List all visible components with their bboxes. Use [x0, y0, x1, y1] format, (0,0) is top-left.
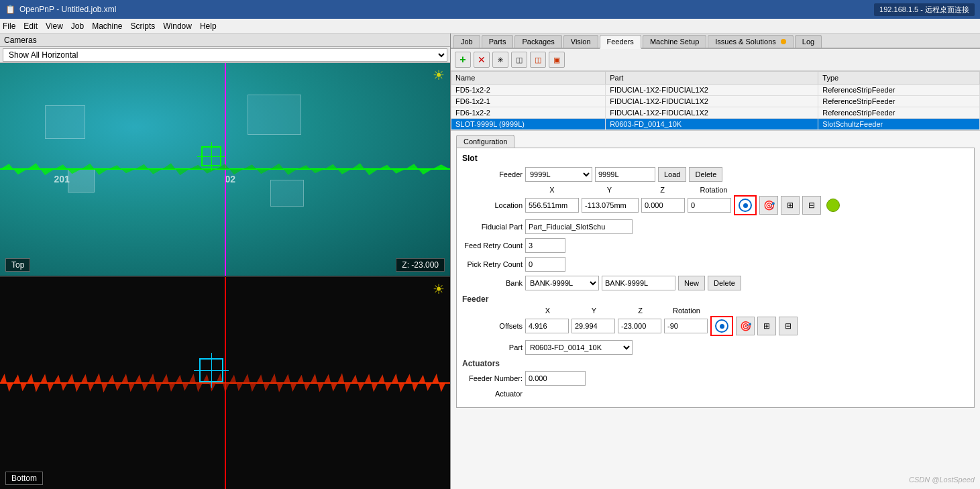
table-row[interactable]: FD6-1x2-1 FIDUCIAL-1X2-FIDUCIAL1X2 Refer… [451, 96, 980, 107]
location-action-2-button[interactable]: ⊞ [781, 196, 800, 215]
feed-retry-input[interactable] [525, 238, 565, 253]
feeder-type: ReferenceStripFeeder [818, 85, 980, 96]
tab-log[interactable]: Log [795, 35, 822, 48]
camera-select[interactable]: Show All Horizontal [3, 48, 447, 62]
location-x-input[interactable] [525, 198, 579, 213]
cam-number-1: 201 [54, 174, 70, 184]
offsets-x-header: X [526, 307, 569, 315]
feeder-part: FIDUCIAL-1X2-FIDUCIAL1X2 [606, 96, 818, 107]
offsets-y-input[interactable] [571, 319, 615, 333]
feeder-input[interactable] [595, 167, 655, 182]
table-row-selected[interactable]: SLOT-9999L (9999L) R0603-FD_0014_10K Slo… [451, 119, 980, 130]
part-select[interactable]: R0603-FD_0014_10K [525, 340, 633, 355]
part-row: Part R0603-FD_0014_10K [462, 340, 969, 355]
feeders-table: Name Part Type FD5-1x2-2 FIDUCIAL-1X2-FI… [451, 71, 980, 130]
tab-job[interactable]: Job [453, 35, 480, 48]
config-body: Slot Feeder 9999L Load Delete X Y Z Ro [456, 148, 975, 408]
remove-feeder-button[interactable]: ✕ [474, 52, 490, 68]
offsets-camera-reticle-icon [715, 319, 728, 333]
feeder-name: FD5-1x2-2 [451, 85, 606, 96]
feed-retry-label: Feed Retry Count [462, 241, 523, 250]
location-y-input[interactable] [582, 198, 639, 213]
offsets-camera-dot [720, 324, 724, 329]
coord-x-header: X [526, 186, 578, 194]
feeder-number-input[interactable] [525, 371, 586, 386]
feeder-action-4-button[interactable]: ▣ [549, 52, 565, 68]
offsets-action-2-button[interactable]: ⊞ [757, 317, 776, 335]
offsets-x-input[interactable] [525, 319, 569, 333]
menu-window[interactable]: Window [163, 21, 192, 31]
add-feeder-button[interactable]: + [455, 52, 471, 68]
bank-delete-button[interactable]: Delete [708, 276, 741, 290]
offsets-r-header: Rotation [665, 307, 708, 315]
component-4 [270, 180, 304, 207]
menu-machine[interactable]: Machine [92, 21, 122, 31]
tabs-bar: Job Parts Packages Vision Feeders Machin… [451, 34, 980, 49]
menu-scripts[interactable]: Scripts [131, 21, 156, 31]
location-camera-target-button[interactable] [734, 195, 757, 215]
tab-machine-setup[interactable]: Machine Setup [643, 35, 706, 48]
app-icon: 📋 [5, 5, 15, 14]
location-action-1-button[interactable]: 🎯 [759, 196, 778, 215]
feeder-type: SlotSchultzFeeder [818, 119, 980, 130]
col-header-part: Part [606, 72, 818, 85]
feeder-number-label: Feeder Number: [462, 374, 523, 382]
pick-retry-input[interactable] [525, 257, 565, 272]
menu-help[interactable]: Help [200, 21, 217, 31]
load-button[interactable]: Load [658, 167, 686, 182]
bank-input[interactable] [602, 276, 675, 290]
bank-select[interactable]: BANK-9999L [525, 276, 599, 290]
offsets-r-input[interactable] [664, 319, 708, 333]
status-indicator [826, 199, 840, 212]
camera-select-bar: Show All Horizontal [0, 47, 450, 63]
cam-number-2: 02 [225, 174, 236, 184]
cameras-title: Cameras [4, 36, 37, 45]
tab-packages[interactable]: Packages [514, 35, 561, 48]
brightness-icon-top[interactable]: ☀ [433, 67, 445, 83]
feeder-select[interactable]: 9999L [525, 167, 592, 182]
feeder-action-3-button[interactable]: ◫ [530, 52, 546, 68]
fiducial-row: Fiducial Part [462, 219, 969, 234]
camera-dot [743, 203, 748, 208]
tab-feeders[interactable]: Feeders [600, 35, 641, 49]
feeder-action-2-button[interactable]: ◫ [511, 52, 527, 68]
location-row: Location 🎯 ⊞ ⊟ [462, 195, 969, 215]
table-row[interactable]: FD6-1x2-2 FIDUCIAL-1X2-FIDUCIAL1X2 Refer… [451, 107, 980, 119]
col-header-name: Name [451, 72, 606, 85]
location-z-input[interactable] [641, 198, 685, 213]
tab-issues-solutions[interactable]: Issues & Solutions [708, 35, 794, 48]
menu-view[interactable]: View [46, 21, 63, 31]
offsets-filter-button[interactable]: ⊟ [779, 317, 798, 335]
feeder-part: R0603-FD_0014_10K [606, 119, 818, 130]
top-camera-view: 201 02 ☀ Top Z: -23.000 [0, 63, 450, 277]
actuator-label: Actuator [462, 390, 523, 398]
delete-button[interactable]: Delete [689, 167, 722, 182]
offsets-z-input[interactable] [618, 319, 661, 333]
menu-file[interactable]: File [3, 21, 15, 31]
tab-parts[interactable]: Parts [482, 35, 514, 48]
table-row[interactable]: FD5-1x2-2 FIDUCIAL-1X2-FIDUCIAL1X2 Refer… [451, 85, 980, 96]
bottom-camera-label: Bottom [5, 472, 43, 485]
feeder-part: FIDUCIAL-1X2-FIDUCIAL1X2 [606, 85, 818, 96]
offsets-row: Offsets 🎯 ⊞ ⊟ [462, 316, 969, 336]
pick-retry-row: Pick Retry Count [462, 257, 969, 272]
feeder-name: FD6-1x2-1 [451, 96, 606, 107]
coord-y-header: Y [581, 186, 638, 194]
offsets-action-1-button[interactable]: 🎯 [736, 317, 755, 335]
menu-edit[interactable]: Edit [23, 21, 38, 31]
feeder-toolbar: + ✕ ⛯ ◫ ◫ ▣ [451, 49, 980, 71]
config-tab[interactable]: Configuration [456, 135, 514, 148]
right-panel: Job Parts Packages Vision Feeders Machin… [451, 34, 980, 489]
bank-new-button[interactable]: New [678, 276, 705, 290]
tab-vision[interactable]: Vision [563, 35, 598, 48]
feeder-action-1-button[interactable]: ⛯ [492, 52, 508, 68]
brightness-icon-bottom[interactable]: ☀ [433, 281, 445, 297]
feeder-name: SLOT-9999L (9999L) [451, 119, 606, 130]
menu-job[interactable]: Job [71, 21, 84, 31]
app-title: OpenPnP - Untitled.job.xml [19, 5, 117, 14]
feeder-row: Feeder 9999L Load Delete [462, 167, 969, 182]
fiducial-input[interactable] [525, 219, 633, 234]
location-filter-button[interactable]: ⊟ [802, 196, 821, 215]
offsets-camera-target-button[interactable] [710, 316, 733, 336]
location-r-input[interactable] [688, 198, 731, 213]
